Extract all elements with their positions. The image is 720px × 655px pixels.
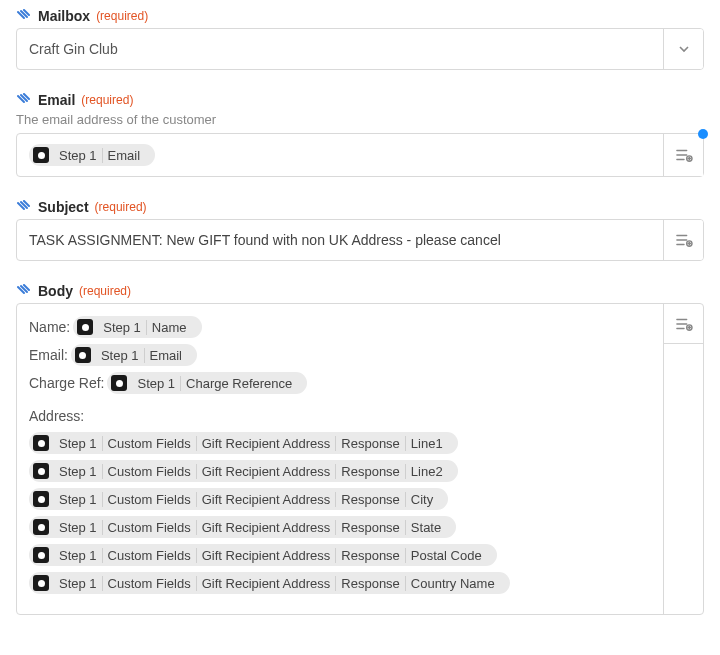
insert-data-icon <box>675 316 693 332</box>
body-line: Step 1Custom FieldsGift Recipient Addres… <box>29 572 651 594</box>
body-input[interactable]: Name: Step 1NameEmail: Step 1EmailCharge… <box>16 303 704 615</box>
body-line: Step 1Custom FieldsGift Recipient Addres… <box>29 432 651 454</box>
data-pill[interactable]: Step 1Name <box>73 316 201 338</box>
field-label: Subject <box>38 199 89 215</box>
body-content: Name: Step 1NameEmail: Step 1EmailCharge… <box>17 304 663 614</box>
notification-dot <box>698 129 708 139</box>
pill-source-icon <box>33 491 49 507</box>
data-pill[interactable]: Step 1Custom FieldsGift Recipient Addres… <box>29 516 456 538</box>
pill-source-icon <box>33 147 49 163</box>
insert-data-icon <box>675 147 693 163</box>
data-pill[interactable]: Step 1Charge Reference <box>107 372 307 394</box>
data-pill[interactable]: Step 1Custom FieldsGift Recipient Addres… <box>29 572 510 594</box>
body-line: Charge Ref: Step 1Charge Reference <box>29 372 651 394</box>
helper-text: The email address of the customer <box>16 112 704 127</box>
pill-source-icon <box>111 375 127 391</box>
data-pill[interactable]: Step 1Custom FieldsGift Recipient Addres… <box>29 544 497 566</box>
field-label: Mailbox <box>38 8 90 24</box>
pill-source-icon <box>33 547 49 563</box>
body-line-prefix: Charge Ref: <box>29 372 104 394</box>
pill-source-icon <box>33 435 49 451</box>
mailbox-select[interactable]: Craft Gin Club <box>16 28 704 70</box>
pill-source-icon <box>33 463 49 479</box>
mailbox-value: Craft Gin Club <box>17 29 663 69</box>
field-label-row: Mailbox (required) <box>16 8 704 24</box>
app-icon <box>16 284 30 298</box>
body-line: Step 1Custom FieldsGift Recipient Addres… <box>29 516 651 538</box>
body-line-prefix: Email: <box>29 344 68 366</box>
body-line: Step 1Custom FieldsGift Recipient Addres… <box>29 488 651 510</box>
app-icon <box>16 200 30 214</box>
pill-source-icon <box>33 575 49 591</box>
data-pill[interactable]: Step 1Email <box>71 344 197 366</box>
data-pill[interactable]: Step 1 Email <box>29 144 155 166</box>
dropdown-toggle[interactable] <box>663 29 703 69</box>
required-badge: (required) <box>79 284 131 298</box>
required-badge: (required) <box>81 93 133 107</box>
data-pill[interactable]: Step 1Custom FieldsGift Recipient Addres… <box>29 460 458 482</box>
field-label: Body <box>38 283 73 299</box>
app-icon <box>16 9 30 23</box>
insert-data-icon <box>675 232 693 248</box>
field-email: Email (required) The email address of th… <box>16 92 704 177</box>
data-pill[interactable]: Step 1Custom FieldsGift Recipient Addres… <box>29 488 448 510</box>
address-header: Address: <box>29 408 651 424</box>
field-label-row: Email (required) <box>16 92 704 108</box>
required-badge: (required) <box>96 9 148 23</box>
pill-source-icon <box>75 347 91 363</box>
field-label-row: Subject (required) <box>16 199 704 215</box>
required-badge: (required) <box>95 200 147 214</box>
data-pill[interactable]: Step 1Custom FieldsGift Recipient Addres… <box>29 432 458 454</box>
subject-input[interactable]: TASK ASSIGNMENT: New GIFT found with non… <box>16 219 704 261</box>
field-label-row: Body (required) <box>16 283 704 299</box>
app-icon <box>16 93 30 107</box>
insert-data-button[interactable] <box>663 134 703 176</box>
body-line: Step 1Custom FieldsGift Recipient Addres… <box>29 460 651 482</box>
insert-data-button[interactable] <box>663 220 703 260</box>
body-line: Step 1Custom FieldsGift Recipient Addres… <box>29 544 651 566</box>
body-side-controls <box>663 304 703 614</box>
pill-source-icon <box>33 519 49 535</box>
email-input-content: Step 1 Email <box>17 134 663 176</box>
body-line-prefix: Name: <box>29 316 70 338</box>
body-line: Email: Step 1Email <box>29 344 651 366</box>
field-label: Email <box>38 92 75 108</box>
insert-data-button[interactable] <box>664 304 703 344</box>
chevron-down-icon <box>677 42 691 56</box>
field-mailbox: Mailbox (required) Craft Gin Club <box>16 8 704 70</box>
email-input[interactable]: Step 1 Email <box>16 133 704 177</box>
subject-value: TASK ASSIGNMENT: New GIFT found with non… <box>17 220 663 260</box>
field-body: Body (required) Name: Step 1NameEmail: S… <box>16 283 704 615</box>
field-subject: Subject (required) TASK ASSIGNMENT: New … <box>16 199 704 261</box>
body-line: Name: Step 1Name <box>29 316 651 338</box>
pill-source-icon <box>77 319 93 335</box>
